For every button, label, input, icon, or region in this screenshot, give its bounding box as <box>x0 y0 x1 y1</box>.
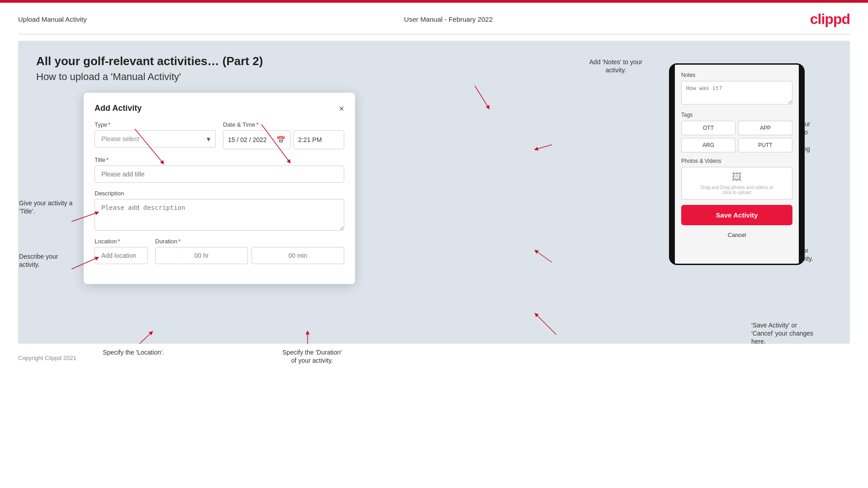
title-group: Title* <box>95 156 344 183</box>
type-label: Type* <box>95 121 216 128</box>
description-input[interactable] <box>95 199 344 231</box>
time-value: 2:21 PM <box>298 136 339 143</box>
add-activity-dialog: Add Activity × Type* Please select Date … <box>84 93 355 284</box>
photos-upload[interactable]: 🖼 Drag and Drop photos and videos orclic… <box>681 167 792 199</box>
tag-app[interactable]: APP <box>738 121 792 135</box>
location-group: Location* <box>95 238 148 264</box>
cancel-button[interactable]: Cancel <box>681 230 792 240</box>
phone-content: Notes Tags OTT APP ARG PUTT Photos & Vid… <box>670 65 803 264</box>
description-label: Description <box>95 190 344 197</box>
datetime-group: Date & Time* 15 / 02 / 2022 📅 2:21 PM <box>223 121 344 149</box>
type-select-wrapper: Please select <box>95 130 216 147</box>
header-logo: clippd <box>810 11 850 28</box>
notes-input[interactable] <box>681 81 792 104</box>
svg-line-6 <box>475 86 489 108</box>
dialog-title: Add Activity <box>95 104 142 113</box>
header-divider <box>18 34 850 34</box>
phone-right-bar <box>799 65 803 264</box>
dialog-header: Add Activity × <box>95 104 344 113</box>
duration-inputs <box>155 247 344 264</box>
tag-putt[interactable]: PUTT <box>738 138 792 152</box>
annotation-description: Describe youractivity. <box>19 252 73 269</box>
header: Upload Manual Activity User Manual - Feb… <box>0 3 868 34</box>
close-button[interactable]: × <box>339 104 344 113</box>
upload-icon: 🖼 <box>732 171 742 183</box>
description-group: Description <box>95 190 344 231</box>
notes-section-label: Notes <box>681 72 792 78</box>
datetime-inputs: 15 / 02 / 2022 📅 2:21 PM <box>223 130 344 149</box>
annotation-save: 'Save Activity' or'Cancel' your changesh… <box>751 321 846 346</box>
annotation-title: Give your activity a'Title'. <box>19 199 73 215</box>
upload-text: Drag and Drop photos and videos orclick … <box>700 185 773 195</box>
title-input[interactable] <box>95 166 344 183</box>
svg-line-8 <box>536 251 552 262</box>
svg-line-7 <box>536 145 552 149</box>
phone-panel: Notes Tags OTT APP ARG PUTT Photos & Vid… <box>669 63 805 265</box>
save-activity-button[interactable]: Save Activity <box>681 205 792 225</box>
tags-label: Tags <box>681 112 792 118</box>
header-center: User Manual - February 2022 <box>404 15 493 23</box>
svg-line-4 <box>135 332 152 344</box>
phone-left-bar <box>670 65 675 264</box>
annotation-duration: Specify the 'Duration'of your activity. <box>267 348 357 365</box>
duration-min-input[interactable] <box>251 247 344 264</box>
annotation-location: Specify the 'Location'. <box>97 348 170 356</box>
date-input-wrapper[interactable]: 15 / 02 / 2022 📅 <box>223 130 290 149</box>
header-left: Upload Manual Activity <box>18 15 87 23</box>
svg-line-9 <box>536 314 556 335</box>
calendar-icon: 📅 <box>276 136 285 144</box>
annotation-notes: Add 'Notes' to youractivity. <box>576 58 655 74</box>
type-datetime-row: Type* Please select Date & Time* 15 / 02… <box>95 121 344 149</box>
location-input[interactable] <box>95 247 148 264</box>
datetime-label: Date & Time* <box>223 121 344 128</box>
tag-arg[interactable]: ARG <box>681 138 735 152</box>
main-content: All your golf-relevant activities… (Part… <box>18 41 850 344</box>
duration-group: Duration* <box>155 238 344 264</box>
title-label: Title* <box>95 156 344 163</box>
type-group: Type* Please select <box>95 121 216 149</box>
phone-frame: Notes Tags OTT APP ARG PUTT Photos & Vid… <box>669 63 805 265</box>
date-value: 15 / 02 / 2022 <box>228 136 274 143</box>
time-input-wrapper[interactable]: 2:21 PM <box>293 130 344 149</box>
duration-label: Duration* <box>155 238 344 245</box>
copyright: Copyright Clippd 2021 <box>18 355 76 361</box>
tag-ott[interactable]: OTT <box>681 121 735 135</box>
location-duration-row: Location* Duration* <box>95 238 344 264</box>
location-label: Location* <box>95 238 148 245</box>
phone-inner: Notes Tags OTT APP ARG PUTT Photos & Vid… <box>675 65 799 264</box>
duration-hr-input[interactable] <box>155 247 248 264</box>
tags-grid: OTT APP ARG PUTT <box>681 121 792 152</box>
photos-label: Photos & Videos <box>681 158 792 164</box>
type-select[interactable]: Please select <box>95 130 216 147</box>
